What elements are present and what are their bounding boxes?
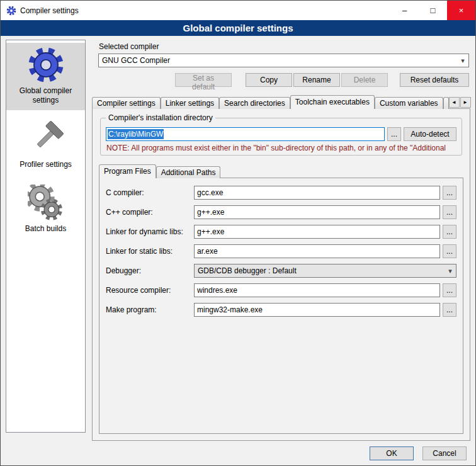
tab-custom-variables[interactable]: Custom variables — [375, 97, 443, 109]
autodetect-button[interactable]: Auto-detect — [404, 127, 456, 141]
static-linker-browse-button[interactable]: ... — [443, 244, 456, 258]
c-compiler-row: C compiler: ... — [106, 186, 456, 200]
dynamic-linker-label: Linker for dynamic libs: — [106, 227, 191, 236]
cpp-compiler-browse-button[interactable]: ... — [443, 205, 456, 219]
make-program-label: Make program: — [106, 305, 191, 314]
chevron-down-icon: ▾ — [457, 54, 468, 67]
chevron-down-icon: ▾ — [445, 264, 456, 277]
dynamic-linker-input[interactable] — [194, 225, 440, 239]
sidebar-item-label: Profiler settings — [20, 160, 72, 169]
reset-defaults-button[interactable]: Reset defaults — [400, 73, 469, 87]
dialog-content: Global compiler settings Profiler settin… — [1, 36, 475, 465]
debugger-label: Debugger: — [106, 266, 191, 275]
tab-compiler-settings[interactable]: Compiler settings — [92, 97, 161, 109]
rename-button[interactable]: Rename — [293, 73, 340, 87]
static-linker-label: Linker for static libs: — [106, 247, 191, 256]
debugger-value: GDB/CDB debugger : Default — [198, 266, 297, 275]
installation-directory-title: Compiler's installation directory — [106, 113, 215, 122]
gray-gears-icon — [28, 185, 64, 221]
copy-button[interactable]: Copy — [246, 73, 292, 87]
set-as-default-button[interactable]: Set as default — [175, 73, 232, 87]
delete-button[interactable]: Delete — [341, 73, 388, 87]
maximize-button[interactable]: □ — [419, 1, 447, 20]
title-bar[interactable]: Compiler settings – □ × — [1, 1, 475, 20]
debugger-row: Debugger: GDB/CDB debugger : Default ▾ — [106, 264, 456, 278]
dynamic-linker-row: Linker for dynamic libs: ... — [106, 225, 456, 239]
toolchain-subtab-bar: Program Files Additional Paths — [99, 164, 463, 178]
profiler-tool-icon — [28, 120, 64, 157]
make-program-browse-button[interactable]: ... — [443, 303, 456, 317]
sidebar-item-label: Batch builds — [25, 224, 66, 234]
subtab-program-files[interactable]: Program Files — [99, 164, 156, 178]
dialog-header: Global compiler settings — [1, 20, 475, 36]
resource-compiler-browse-button[interactable]: ... — [443, 283, 456, 297]
tab-search-directories[interactable]: Search directories — [219, 97, 290, 109]
cpp-compiler-input[interactable] — [194, 205, 440, 219]
cpp-compiler-row: C++ compiler: ... — [106, 205, 456, 219]
sidebar-item-batch-builds[interactable]: Batch builds — [6, 181, 85, 239]
selected-compiler-value: GNU GCC Compiler — [102, 56, 170, 65]
app-icon — [6, 6, 16, 16]
install-dir-selected-text: C:\raylib\MinGW — [108, 129, 164, 139]
installation-directory-group: Compiler's installation directory C:\ray… — [100, 118, 462, 156]
program-files-panel: C compiler: ... C++ compiler: ... Linker… — [99, 178, 463, 434]
tab-scroll-buttons: ◄ ► — [449, 97, 471, 109]
make-program-input[interactable] — [194, 303, 440, 317]
c-compiler-input[interactable] — [194, 186, 440, 200]
static-linker-row: Linker for static libs: ... — [106, 244, 456, 258]
blue-gear-icon — [28, 47, 64, 83]
tab-scroll-left-icon[interactable]: ◄ — [449, 97, 460, 108]
c-compiler-browse-button[interactable]: ... — [443, 186, 456, 200]
install-dir-input[interactable]: C:\raylib\MinGW — [106, 127, 385, 141]
main-panel: Selected compiler GNU GCC Compiler ▾ Set… — [92, 40, 470, 460]
sidebar-item-label: Global compiler settings — [8, 86, 83, 105]
c-compiler-label: C compiler: — [106, 188, 191, 197]
compiler-buttons-row: Set as default Copy Rename Delete Reset … — [98, 73, 469, 87]
cpp-compiler-label: C++ compiler: — [106, 208, 191, 217]
minimize-button[interactable]: – — [390, 1, 419, 20]
installation-directory-row: C:\raylib\MinGW ... Auto-detect — [106, 127, 456, 141]
tab-build-options[interactable]: Buil — [443, 97, 449, 109]
sidebar-item-profiler-settings[interactable]: Profiler settings — [6, 116, 85, 174]
window-title: Compiler settings — [20, 6, 390, 15]
selected-compiler-dropdown[interactable]: GNU GCC Compiler ▾ — [98, 54, 469, 67]
selected-compiler-label: Selected compiler — [99, 42, 469, 51]
make-program-row: Make program: ... — [106, 303, 456, 317]
settings-tab-bar: Compiler settings Linker settings Search… — [92, 95, 470, 109]
static-linker-input[interactable] — [194, 244, 440, 258]
dialog-footer: OK Cancel — [92, 446, 470, 460]
ok-button[interactable]: OK — [370, 446, 414, 460]
sidebar: Global compiler settings Profiler settin… — [6, 40, 86, 433]
cancel-button[interactable]: Cancel — [422, 446, 467, 460]
sidebar-item-global-compiler-settings[interactable]: Global compiler settings — [6, 43, 85, 110]
toolchain-executables-panel: Compiler's installation directory C:\ray… — [92, 108, 470, 441]
install-dir-browse-button[interactable]: ... — [387, 127, 401, 141]
debugger-select[interactable]: GDB/CDB debugger : Default ▾ — [194, 264, 456, 278]
tab-toolchain-executables[interactable]: Toolchain executables — [290, 95, 375, 109]
tab-linker-settings[interactable]: Linker settings — [161, 97, 219, 109]
close-button[interactable]: × — [447, 1, 475, 20]
tab-scroll-right-icon[interactable]: ► — [460, 97, 471, 108]
dynamic-linker-browse-button[interactable]: ... — [443, 225, 456, 239]
resource-compiler-label: Resource compiler: — [106, 286, 191, 295]
compiler-settings-window: Compiler settings – □ × Global compiler … — [0, 0, 476, 466]
resource-compiler-input[interactable] — [194, 283, 440, 297]
bin-subdirectory-note: NOTE: All programs must exist either in … — [106, 144, 456, 152]
resource-compiler-row: Resource compiler: ... — [106, 283, 456, 297]
window-controls: – □ × — [390, 1, 475, 20]
selected-compiler-section: Selected compiler GNU GCC Compiler ▾ Set… — [92, 40, 470, 87]
subtab-additional-paths[interactable]: Additional Paths — [156, 166, 221, 178]
